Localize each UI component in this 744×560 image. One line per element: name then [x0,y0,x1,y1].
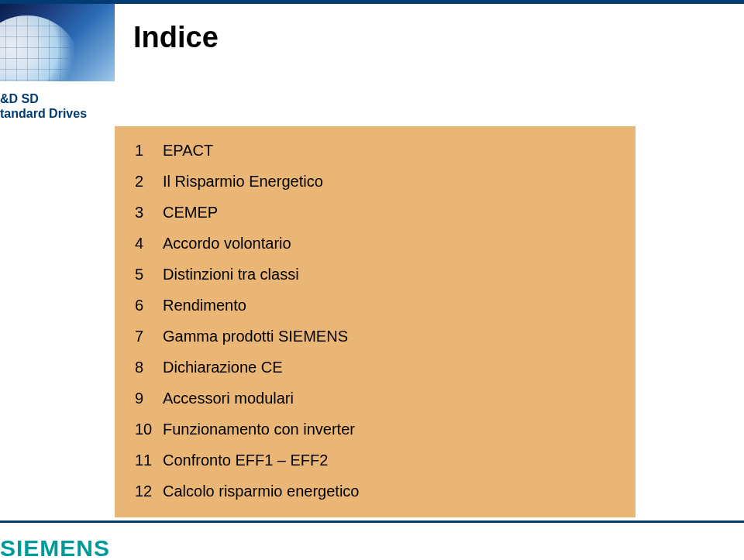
dept-line-1: &D SD [0,91,87,106]
list-item: 3CEMEP [135,204,615,222]
list-item: 5Distinzioni tra classi [135,266,615,283]
siemens-logo-text: SIEMENS [0,535,110,560]
toc-label: Dichiarazione CE [163,359,615,376]
department-label: &D SD tandard Drives [0,91,87,121]
siemens-logo: SIEMENS [0,535,110,560]
toc-number: 1 [135,142,163,160]
toc-label: Accordo volontario [163,235,615,253]
list-item: 7Gamma prodotti SIEMENS [135,328,615,345]
toc-number: 5 [135,266,163,283]
toc-label: Funzionamento con inverter [163,421,615,438]
list-item: 9Accessori modulari [135,390,615,407]
page-title: Indice [115,4,744,54]
toc-number: 11 [135,452,163,469]
toc-number: 9 [135,390,163,407]
toc-label: Distinzioni tra classi [163,266,615,283]
toc-label: Accessori modulari [163,390,615,407]
list-item: 2Il Risparmio Energetico [135,173,615,191]
toc-number: 12 [135,483,163,500]
list-item: 11Confronto EFF1 – EFF2 [135,452,615,469]
toc-number: 4 [135,235,163,253]
bottom-accent-rule [0,520,744,523]
list-item: 10 Funzionamento con inverter [135,421,615,438]
list-item: 8Dichiarazione CE [135,359,615,376]
toc-number: 6 [135,297,163,314]
toc-label: Gamma prodotti SIEMENS [163,328,615,345]
toc-label: Il Risparmio Energetico [163,173,615,191]
list-item: 12Calcolo risparmio energetico [135,483,615,500]
dept-line-2: tandard Drives [0,106,87,121]
toc-list: 1EPACT2Il Risparmio Energetico3CEMEP4Acc… [135,142,615,500]
list-item: 1EPACT [135,142,615,160]
toc-label: Confronto EFF1 – EFF2 [163,452,615,469]
list-item: 6Rendimento [135,297,615,314]
toc-label: Rendimento [163,297,615,314]
globe-image [0,4,115,81]
toc-label: EPACT [163,142,615,160]
toc-number: 10 [135,421,163,438]
toc-number: 8 [135,359,163,376]
toc-number: 3 [135,204,163,222]
toc-label: CEMEP [163,204,615,222]
toc-label: Calcolo risparmio energetico [163,483,615,500]
list-item: 4Accordo volontario [135,235,615,253]
toc-panel: 1EPACT2Il Risparmio Energetico3CEMEP4Acc… [115,126,636,517]
toc-number: 7 [135,328,163,345]
toc-number: 2 [135,173,163,191]
title-bar: Indice [115,4,744,81]
